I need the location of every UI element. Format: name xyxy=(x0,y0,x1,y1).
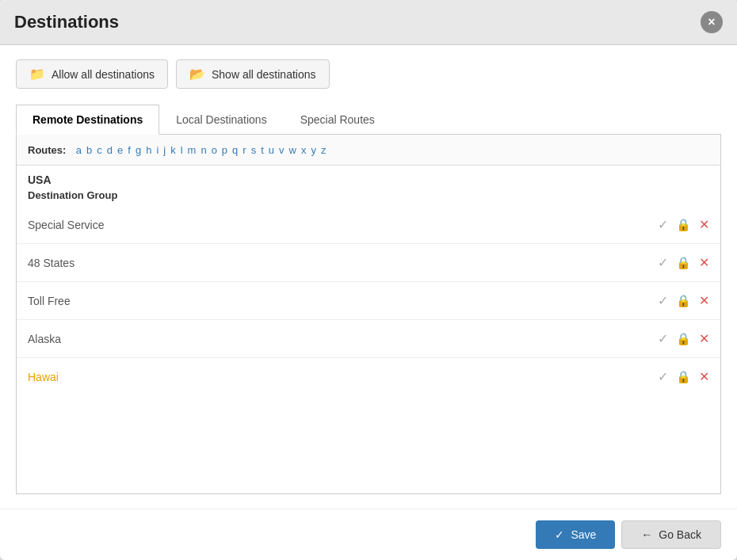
allow-all-label: Allow all destinations xyxy=(52,68,155,81)
dest-actions: ✓ 🔒 ✕ xyxy=(658,369,709,384)
dest-name: 48 States xyxy=(28,257,658,269)
letter-c[interactable]: c xyxy=(95,144,104,156)
save-check-icon: ✓ xyxy=(555,528,564,541)
destination-row-toll-free: Toll Free ✓ 🔒 ✕ xyxy=(17,282,720,320)
letter-x[interactable]: x xyxy=(300,144,308,156)
destination-row-hawai: Hawai ✓ 🔒 ✕ xyxy=(17,358,720,395)
letter-t[interactable]: t xyxy=(259,144,265,156)
folder-icon: 📁 xyxy=(29,67,45,82)
letter-e[interactable]: e xyxy=(116,144,124,156)
lock-icon[interactable]: 🔒 xyxy=(676,256,691,270)
letter-f[interactable]: f xyxy=(126,144,132,156)
routes-label: Routes: xyxy=(28,144,66,156)
destination-row-48-states: 48 States ✓ 🔒 ✕ xyxy=(17,244,720,282)
routes-bar: Routes: a b c d e f g h i j k l m n o xyxy=(17,135,720,166)
save-label: Save xyxy=(571,528,596,541)
save-button[interactable]: ✓ Save xyxy=(536,520,615,549)
content-area: Routes: a b c d e f g h i j k l m n o xyxy=(16,135,721,494)
modal-footer: ✓ Save ← Go Back xyxy=(0,509,737,560)
letter-a[interactable]: a xyxy=(74,144,83,156)
dest-name: Hawai xyxy=(28,371,658,383)
toolbar: 📁 Allow all destinations 📂 Show all dest… xyxy=(16,59,721,89)
back-arrow-icon: ← xyxy=(641,528,652,541)
country-title: USA xyxy=(28,173,709,186)
letter-h[interactable]: h xyxy=(144,144,153,156)
lock-icon[interactable]: 🔒 xyxy=(676,370,691,384)
letter-o[interactable]: o xyxy=(210,144,219,156)
go-back-button[interactable]: ← Go Back xyxy=(621,520,721,549)
section-header: USA xyxy=(17,166,720,186)
letter-i[interactable]: i xyxy=(155,144,160,156)
dest-name: Special Service xyxy=(28,219,658,231)
letter-l[interactable]: l xyxy=(179,144,185,156)
check-icon[interactable]: ✓ xyxy=(658,369,668,384)
routes-alphabet: a b c d e f g h i j k l m n o p q xyxy=(74,144,328,156)
letter-u[interactable]: u xyxy=(267,144,276,156)
check-icon[interactable]: ✓ xyxy=(658,217,668,232)
dest-actions: ✓ 🔒 ✕ xyxy=(658,255,709,270)
modal-body: 📁 Allow all destinations 📂 Show all dest… xyxy=(0,45,737,509)
destination-row-alaska: Alaska ✓ 🔒 ✕ xyxy=(17,320,720,358)
dest-actions: ✓ 🔒 ✕ xyxy=(658,217,709,232)
tabs-container: Remote Destinations Local Destinations S… xyxy=(16,105,721,135)
check-icon[interactable]: ✓ xyxy=(658,331,668,346)
dest-name: Toll Free xyxy=(28,295,658,307)
goback-label: Go Back xyxy=(659,528,701,541)
destination-row-special-service: Special Service ✓ 🔒 ✕ xyxy=(17,206,720,244)
allow-all-destinations-button[interactable]: 📁 Allow all destinations xyxy=(16,59,168,89)
lock-icon[interactable]: 🔒 xyxy=(676,218,691,232)
letter-r[interactable]: r xyxy=(241,144,247,156)
destinations-modal: Destinations × 📁 Allow all destinations … xyxy=(0,0,737,560)
letter-n[interactable]: n xyxy=(199,144,208,156)
lock-icon[interactable]: 🔒 xyxy=(676,294,691,308)
modal-header: Destinations × xyxy=(0,0,737,45)
dest-actions: ✓ 🔒 ✕ xyxy=(658,293,709,308)
tab-special-routes[interactable]: Special Routes xyxy=(284,105,391,135)
check-icon[interactable]: ✓ xyxy=(658,255,668,270)
dest-name: Alaska xyxy=(28,333,658,345)
delete-icon[interactable]: ✕ xyxy=(699,217,709,232)
check-icon[interactable]: ✓ xyxy=(658,293,668,308)
letter-k[interactable]: k xyxy=(169,144,178,156)
letter-b[interactable]: b xyxy=(85,144,94,156)
letter-d[interactable]: d xyxy=(105,144,114,156)
letter-v[interactable]: v xyxy=(277,144,286,156)
tab-remote-destinations[interactable]: Remote Destinations xyxy=(16,105,159,135)
letter-z[interactable]: z xyxy=(319,144,328,156)
letter-m[interactable]: m xyxy=(186,144,198,156)
letter-p[interactable]: p xyxy=(220,144,229,156)
modal-title: Destinations xyxy=(14,12,119,32)
dest-actions: ✓ 🔒 ✕ xyxy=(658,331,709,346)
letter-g[interactable]: g xyxy=(134,144,143,156)
letter-w[interactable]: w xyxy=(288,144,298,156)
letter-s[interactable]: s xyxy=(250,144,258,156)
group-label: Destination Group xyxy=(17,189,720,201)
show-all-destinations-button[interactable]: 📂 Show all destinations xyxy=(176,59,330,89)
letter-j[interactable]: j xyxy=(162,144,167,156)
lock-icon[interactable]: 🔒 xyxy=(676,332,691,346)
show-all-label: Show all destinations xyxy=(212,68,316,81)
close-button[interactable]: × xyxy=(701,11,723,33)
delete-icon[interactable]: ✕ xyxy=(699,255,709,270)
delete-icon[interactable]: ✕ xyxy=(699,293,709,308)
delete-icon[interactable]: ✕ xyxy=(699,369,709,384)
tab-local-destinations[interactable]: Local Destinations xyxy=(159,105,283,135)
folder-open-icon: 📂 xyxy=(189,67,205,82)
letter-y[interactable]: y xyxy=(309,144,318,156)
letter-q[interactable]: q xyxy=(231,144,239,156)
delete-icon[interactable]: ✕ xyxy=(699,331,709,346)
